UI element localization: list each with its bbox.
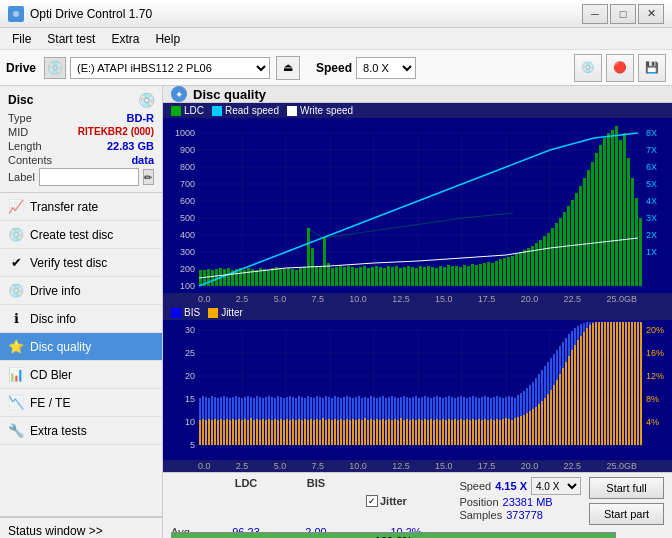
nav-label-create-test-disc: Create test disc [30, 228, 113, 242]
toolbar-btn-3[interactable]: 💾 [638, 54, 666, 82]
svg-rect-146 [623, 133, 626, 286]
svg-rect-389 [388, 419, 390, 445]
svg-rect-137 [587, 170, 590, 286]
minimize-button[interactable]: ─ [582, 4, 608, 24]
upper-chart-container: LDC Read speed Write speed [163, 103, 672, 305]
content-area: ✦ Disc quality LDC Read speed Write spee… [163, 86, 672, 516]
sidebar-item-transfer-rate[interactable]: 📈 Transfer rate [0, 193, 162, 221]
svg-text:6X: 6X [646, 162, 657, 172]
sidebar-item-verify-test-disc[interactable]: ✔ Verify test disc [0, 249, 162, 277]
svg-rect-456 [589, 325, 591, 445]
svg-rect-97 [427, 266, 430, 286]
svg-rect-346 [259, 420, 261, 445]
svg-rect-423 [490, 419, 492, 445]
svg-rect-74 [335, 267, 338, 286]
sidebar-item-fe-te[interactable]: 📉 FE / TE [0, 389, 162, 417]
speed-select-stats[interactable]: 4.0 X [531, 477, 581, 495]
svg-rect-54 [255, 270, 258, 286]
menu-file[interactable]: File [4, 30, 39, 48]
drive-label: Drive [6, 61, 36, 75]
menu-start-test[interactable]: Start test [39, 30, 103, 48]
nav-label-transfer-rate: Transfer rate [30, 200, 98, 214]
transfer-rate-icon: 📈 [8, 199, 24, 215]
svg-rect-439 [538, 404, 540, 445]
svg-rect-416 [469, 420, 471, 445]
sidebar-item-create-test-disc[interactable]: 💿 Create test disc [0, 221, 162, 249]
label-edit-icon[interactable]: ✏ [143, 169, 154, 185]
main-area: Disc 💿 Type BD-R MID RITEKBR2 (000) Leng… [0, 86, 672, 516]
mid-label: MID [8, 126, 28, 138]
svg-rect-117 [507, 257, 510, 286]
sidebar-item-drive-info[interactable]: 💿 Drive info [0, 277, 162, 305]
svg-rect-99 [435, 268, 438, 286]
svg-rect-76 [343, 267, 346, 286]
svg-rect-115 [499, 259, 502, 286]
bis-legend-label: BIS [184, 307, 200, 318]
svg-rect-83 [371, 267, 374, 286]
svg-rect-348 [265, 420, 267, 445]
start-part-button[interactable]: Start part [589, 503, 664, 525]
close-button[interactable]: ✕ [638, 4, 664, 24]
svg-rect-370 [331, 420, 333, 445]
disc-section-title: Disc [8, 93, 33, 107]
svg-rect-418 [475, 420, 477, 445]
svg-text:15: 15 [185, 394, 195, 404]
menu-extra[interactable]: Extra [103, 30, 147, 48]
svg-rect-332 [217, 420, 219, 445]
svg-rect-109 [475, 265, 478, 286]
toolbar-btn-2[interactable]: 🔴 [606, 54, 634, 82]
label-input[interactable] [39, 168, 139, 186]
start-full-button[interactable]: Start full [589, 477, 664, 499]
eject-button[interactable]: ⏏ [276, 56, 300, 80]
status-window-label: Status window >> [8, 524, 103, 538]
toolbar-btn-1[interactable]: 💿 [574, 54, 602, 82]
svg-text:4%: 4% [646, 417, 659, 427]
svg-rect-145 [619, 140, 622, 286]
svg-rect-142 [607, 133, 610, 286]
jitter-checkbox[interactable]: ✓ [366, 495, 378, 507]
status-window-button[interactable]: Status window >> [0, 521, 162, 539]
svg-rect-440 [541, 401, 543, 445]
sidebar-item-disc-quality[interactable]: ⭐ Disc quality [0, 333, 162, 361]
upper-chart-legend: LDC Read speed Write speed [163, 103, 672, 118]
svg-rect-404 [433, 420, 435, 445]
disc-eject-icon[interactable]: 💿 [138, 92, 154, 108]
svg-rect-85 [379, 267, 382, 286]
svg-text:500: 500 [180, 213, 195, 223]
sidebar-item-extra-tests[interactable]: 🔧 Extra tests [0, 417, 162, 445]
svg-rect-88 [391, 267, 394, 286]
status-left: Status window >> Test completed [0, 518, 163, 538]
svg-rect-106 [463, 265, 466, 286]
speed-select[interactable]: 8.0 X [356, 57, 416, 79]
sidebar-item-disc-info[interactable]: ℹ Disc info [0, 305, 162, 333]
svg-rect-415 [466, 419, 468, 445]
svg-rect-450 [571, 350, 573, 445]
svg-rect-136 [583, 178, 586, 286]
svg-rect-92 [407, 266, 410, 286]
sidebar-item-cd-bler[interactable]: 📊 CD Bler [0, 361, 162, 389]
speed-label: Speed [316, 61, 352, 75]
svg-rect-330 [211, 420, 213, 445]
svg-rect-472 [637, 322, 639, 445]
svg-text:7X: 7X [646, 145, 657, 155]
svg-text:100: 100 [180, 281, 195, 291]
svg-rect-426 [499, 420, 501, 445]
drive-select[interactable]: (E:) ATAPI iHBS112 2 PL06 [70, 57, 270, 79]
svg-rect-80 [359, 267, 362, 286]
svg-rect-383 [370, 419, 372, 445]
svg-rect-454 [583, 332, 585, 445]
svg-text:20%: 20% [646, 325, 664, 335]
svg-rect-409 [448, 419, 450, 445]
svg-rect-61 [283, 269, 286, 286]
maximize-button[interactable]: □ [610, 4, 636, 24]
svg-rect-395 [406, 419, 408, 445]
svg-rect-354 [283, 420, 285, 445]
svg-rect-149 [635, 198, 638, 286]
svg-rect-335 [226, 419, 228, 445]
svg-rect-343 [250, 418, 252, 445]
menu-help[interactable]: Help [147, 30, 188, 48]
svg-rect-331 [214, 419, 216, 445]
svg-rect-431 [514, 418, 516, 445]
svg-rect-401 [424, 419, 426, 445]
svg-rect-339 [238, 419, 240, 445]
